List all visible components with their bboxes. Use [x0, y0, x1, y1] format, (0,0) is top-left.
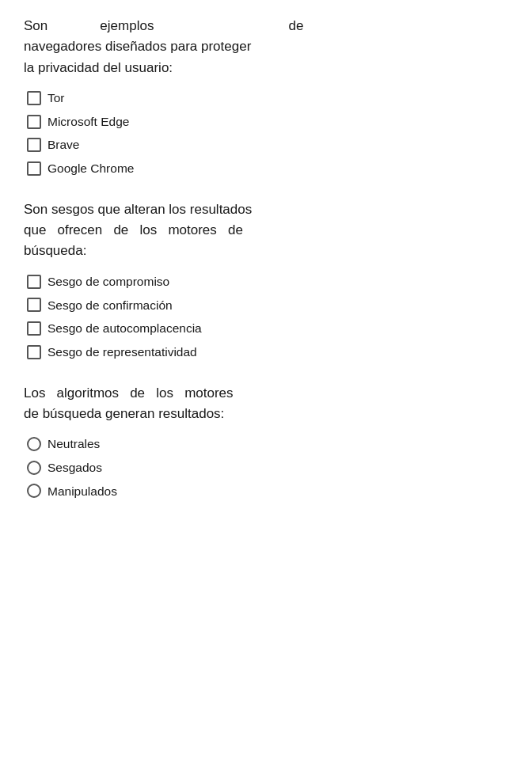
list-item: Google Chrome — [27, 160, 508, 177]
checkbox-sesgo-representatividad[interactable] — [27, 345, 41, 359]
option-label: Sesgados — [48, 459, 102, 477]
list-item: Manipulados — [27, 483, 508, 500]
question-2: Son sesgos que alteran los resultados qu… — [24, 199, 508, 361]
list-item: Sesgo de representatividad — [27, 344, 508, 361]
checkbox-brave[interactable] — [27, 138, 41, 152]
radio-manipulados[interactable] — [27, 484, 41, 498]
checkbox-microsoft-edge[interactable] — [27, 115, 41, 129]
question-1-text: Son ejemplos de navegadores diseñados pa… — [24, 16, 508, 78]
list-item: Sesgo de autocomplacencia — [27, 320, 508, 337]
option-label: Tor — [48, 89, 65, 107]
option-label: Brave — [48, 136, 80, 154]
checkbox-sesgo-confirmacion[interactable] — [27, 298, 41, 312]
question-3: Los algoritmos de los motores de búsqued… — [24, 383, 508, 500]
option-label: Sesgo de representatividad — [48, 344, 197, 361]
option-label: Sesgo de autocomplacencia — [48, 320, 202, 337]
checkbox-google-chrome[interactable] — [27, 161, 41, 176]
option-label: Microsoft Edge — [48, 113, 129, 131]
question-2-text: Son sesgos que alteran los resultados qu… — [24, 199, 508, 262]
list-item: Sesgados — [27, 459, 508, 477]
option-label: Google Chrome — [48, 160, 134, 177]
list-item: Neutrales — [27, 435, 508, 453]
question-1: Son ejemplos de navegadores diseñados pa… — [24, 16, 508, 177]
list-item: Tor — [27, 89, 508, 107]
checkbox-tor[interactable] — [27, 91, 41, 105]
list-item: Sesgo de confirmación — [27, 297, 508, 314]
list-item: Microsoft Edge — [27, 113, 508, 131]
question-1-options: Tor Microsoft Edge Brave Google Chrome — [24, 89, 508, 177]
option-label: Manipulados — [48, 483, 117, 500]
option-label: Sesgo de compromiso — [48, 273, 169, 290]
radio-sesgados[interactable] — [27, 461, 41, 475]
option-label: Sesgo de confirmación — [48, 297, 173, 314]
question-3-options: Neutrales Sesgados Manipulados — [24, 435, 508, 499]
question-3-text: Los algoritmos de los motores de búsqued… — [24, 383, 508, 425]
option-label: Neutrales — [48, 435, 100, 453]
question-2-options: Sesgo de compromiso Sesgo de confirmació… — [24, 273, 508, 361]
checkbox-sesgo-autocomplacencia[interactable] — [27, 321, 41, 336]
list-item: Sesgo de compromiso — [27, 273, 508, 290]
list-item: Brave — [27, 136, 508, 154]
radio-neutrales[interactable] — [27, 437, 41, 451]
checkbox-sesgo-compromiso[interactable] — [27, 275, 41, 289]
